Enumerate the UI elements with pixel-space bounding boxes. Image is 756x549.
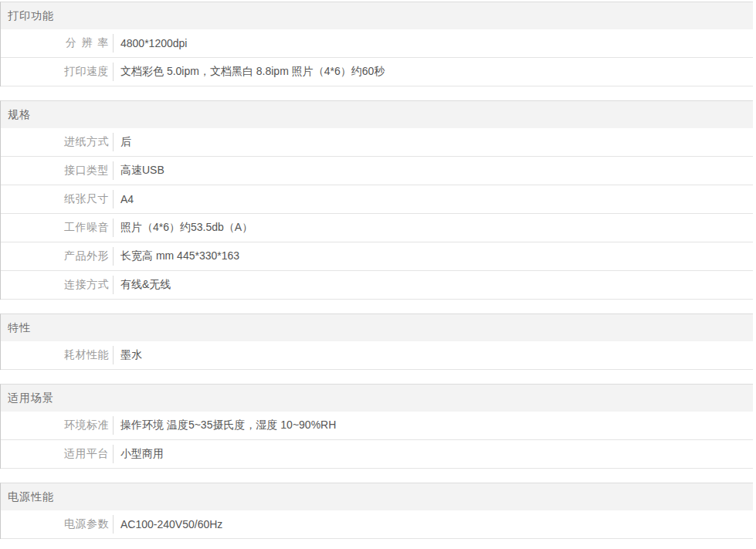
spec-value: 墨水: [114, 348, 142, 362]
section-title: 适用场景: [1, 385, 753, 412]
spec-label-cell: 产品外形: [1, 249, 113, 263]
spec-label-cell: 环境标准: [1, 419, 113, 432]
spec-label: 进纸方式: [64, 135, 109, 149]
spec-label-cell: 电源参数: [1, 517, 113, 531]
spec-value: 4800*1200dpi: [114, 37, 187, 49]
spec-label: 工作噪音: [64, 221, 109, 235]
spec-value: 照片（4*6）约53.5db（A）: [114, 221, 253, 235]
section-power: 电源性能 电源参数 AC100-240V50/60Hz: [0, 483, 753, 539]
section-title: 特性: [1, 314, 753, 341]
spec-row: 耗材性能 墨水: [1, 341, 753, 370]
spec-table: 打印功能 分辨率 4800*1200dpi 打印速度 文档彩色 5.0ipm，文…: [0, 0, 753, 539]
section-print-function: 打印功能 分辨率 4800*1200dpi 打印速度 文档彩色 5.0ipm，文…: [0, 2, 753, 86]
spec-label: 连接方式: [64, 278, 109, 292]
spec-row: 进纸方式 后: [1, 128, 753, 157]
spec-value: AC100-240V50/60Hz: [114, 518, 222, 530]
spec-label-cell: 分辨率: [1, 36, 113, 50]
spec-value: 文档彩色 5.0ipm，文档黑白 8.8ipm 照片（4*6）约60秒: [114, 65, 385, 79]
spec-row: 打印速度 文档彩色 5.0ipm，文档黑白 8.8ipm 照片（4*6）约60秒: [1, 58, 753, 86]
spec-value: 小型商用: [114, 447, 164, 461]
spec-label-cell: 适用平台: [1, 447, 113, 461]
spec-label: 适用平台: [64, 447, 109, 461]
spec-row: 纸张尺寸 A4: [1, 185, 753, 214]
spec-value: 有线&无线: [114, 278, 171, 292]
section-title: 规格: [1, 101, 753, 128]
spec-label-cell: 打印速度: [1, 65, 113, 79]
spec-label: 分辨率: [66, 36, 109, 50]
spec-label: 纸张尺寸: [64, 192, 109, 206]
spec-label-cell: 连接方式: [1, 278, 113, 292]
spec-row: 接口类型 高速USB: [1, 157, 753, 185]
spec-label-cell: 工作噪音: [1, 221, 113, 235]
spec-value: A4: [114, 193, 134, 205]
spec-row: 环境标准 操作环境 温度5~35摄氏度，湿度 10~90%RH: [1, 412, 753, 440]
spec-row: 分辨率 4800*1200dpi: [1, 29, 753, 58]
section-features: 特性 耗材性能 墨水: [0, 313, 753, 370]
spec-label: 产品外形: [64, 249, 109, 263]
spec-label: 环境标准: [64, 419, 109, 432]
spec-value: 高速USB: [114, 164, 164, 178]
section-use-scenarios: 适用场景 环境标准 操作环境 温度5~35摄氏度，湿度 10~90%RH 适用平…: [0, 384, 753, 469]
spec-label: 接口类型: [64, 164, 109, 178]
spec-label: 打印速度: [64, 65, 109, 79]
spec-label-cell: 接口类型: [1, 164, 113, 178]
section-title: 电源性能: [1, 483, 753, 510]
spec-row: 工作噪音 照片（4*6）约53.5db（A）: [1, 214, 753, 242]
spec-value: 长宽高 mm 445*330*163: [114, 249, 239, 263]
spec-row: 适用平台 小型商用: [1, 440, 753, 469]
spec-row: 连接方式 有线&无线: [1, 271, 753, 300]
spec-value: 后: [114, 135, 131, 149]
spec-label-cell: 纸张尺寸: [1, 192, 113, 206]
spec-row: 电源参数 AC100-240V50/60Hz: [1, 510, 753, 539]
spec-label: 耗材性能: [64, 348, 109, 362]
section-specs: 规格 进纸方式 后 接口类型 高速USB 纸张尺寸 A4 工作噪音 照片（4*6…: [0, 100, 753, 300]
spec-label-cell: 耗材性能: [1, 348, 113, 362]
spec-value: 操作环境 温度5~35摄氏度，湿度 10~90%RH: [114, 419, 336, 432]
spec-label-cell: 进纸方式: [1, 135, 113, 149]
section-title: 打印功能: [1, 2, 753, 29]
spec-label: 电源参数: [64, 517, 109, 531]
spec-row: 产品外形 长宽高 mm 445*330*163: [1, 242, 753, 271]
